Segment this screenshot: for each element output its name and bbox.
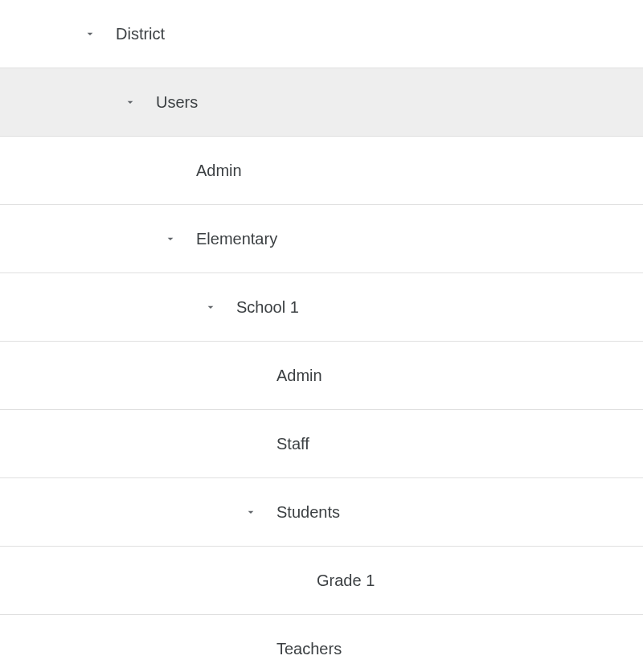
tree-row-district[interactable]: District bbox=[0, 0, 643, 68]
tree-row-label: Teachers bbox=[270, 640, 342, 658]
tree-row-students[interactable]: Students bbox=[0, 478, 643, 547]
tree-row-users[interactable]: Users bbox=[0, 68, 643, 137]
chevron-down-icon[interactable] bbox=[151, 232, 190, 245]
tree-row-label: Staff bbox=[270, 435, 309, 453]
tree-row-label: Grade 1 bbox=[310, 572, 375, 590]
tree-row-label: Admin bbox=[270, 367, 322, 385]
chevron-down-icon[interactable] bbox=[111, 96, 149, 109]
tree-row-school-1-staff[interactable]: Staff bbox=[0, 410, 643, 478]
tree-row-elementary[interactable]: Elementary bbox=[0, 205, 643, 273]
tree-row-label: Elementary bbox=[190, 230, 277, 248]
tree-row-school-1-admin[interactable]: Admin bbox=[0, 342, 643, 410]
tree-row-label: School 1 bbox=[230, 298, 299, 317]
tree-row-label: Students bbox=[270, 503, 340, 522]
tree-row-label: Admin bbox=[190, 162, 242, 180]
chevron-down-icon[interactable] bbox=[191, 301, 230, 313]
tree-row-teachers[interactable]: Teachers bbox=[0, 615, 643, 672]
chevron-down-icon[interactable] bbox=[231, 506, 270, 518]
tree-row-label: Users bbox=[149, 93, 198, 112]
tree-row-school-1[interactable]: School 1 bbox=[0, 273, 643, 342]
tree-row-label: District bbox=[109, 25, 165, 43]
tree-row-admin[interactable]: Admin bbox=[0, 137, 643, 205]
tree-row-grade-1[interactable]: Grade 1 bbox=[0, 547, 643, 615]
chevron-down-icon[interactable] bbox=[71, 27, 109, 40]
